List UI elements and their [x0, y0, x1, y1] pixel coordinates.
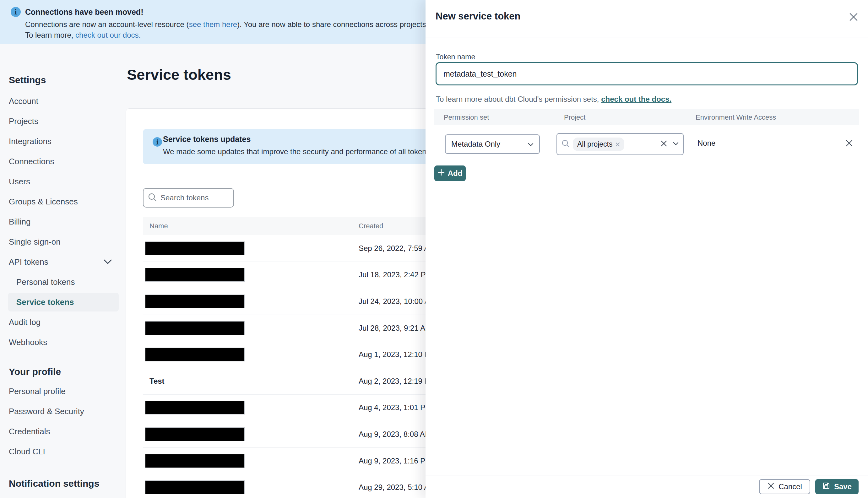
cancel-button[interactable]: Cancel — [759, 479, 810, 494]
info-icon: i — [11, 7, 21, 17]
save-button[interactable]: Save — [815, 479, 858, 494]
redacted-token-name — [145, 294, 245, 309]
notice-title: Service tokens updates — [163, 135, 251, 144]
chevron-down-icon — [104, 259, 112, 264]
header-divider — [425, 37, 868, 37]
chevron-down-icon — [528, 140, 534, 148]
info-icon: i — [153, 137, 162, 147]
banner-body-pre: Connections are now an account-level res… — [25, 20, 189, 29]
redacted-token-name — [145, 348, 245, 362]
banner-body: Connections are now an account-level res… — [25, 20, 491, 29]
see-them-here-link[interactable]: see them here — [189, 20, 237, 29]
sidebar-item-connections[interactable]: Connections — [0, 151, 126, 171]
redacted-token-name — [145, 401, 245, 415]
sidebar-item-groups-licenses[interactable]: Groups & Licenses — [0, 192, 126, 212]
redacted-token-name — [145, 321, 245, 335]
check-out-docs-link[interactable]: check out the docs. — [601, 95, 671, 103]
column-header-name: Name — [143, 222, 359, 230]
token-name-input[interactable] — [436, 62, 858, 86]
drawer-footer: Cancel Save — [425, 475, 868, 498]
banner-title: Connections have been moved! — [25, 8, 143, 17]
remove-row-icon[interactable] — [843, 137, 855, 149]
sidebar-item-audit-log[interactable]: Audit log — [0, 312, 126, 332]
search-icon — [562, 140, 570, 149]
close-icon — [767, 482, 775, 492]
clear-selection-icon[interactable] — [660, 140, 667, 148]
search-icon — [148, 193, 157, 203]
plus-icon — [438, 169, 445, 178]
redacted-token-name — [145, 268, 245, 281]
add-permission-button[interactable]: Add — [434, 166, 466, 181]
sidebar-item-api-tokens-label: API tokens — [9, 257, 48, 267]
sidebar-item-webhooks[interactable]: Webhooks — [0, 332, 126, 352]
chip-label: All projects — [577, 140, 613, 148]
help-text-pre: To learn more about dbt Cloud's permissi… — [436, 95, 601, 103]
check-docs-link[interactable]: check out our docs. — [75, 31, 141, 39]
project-multiselect[interactable]: All projects — [556, 133, 684, 155]
sidebar-item-users[interactable]: Users — [0, 171, 126, 192]
sidebar-heading-settings: Settings — [0, 69, 126, 91]
drawer-title: New service token — [436, 11, 521, 22]
new-service-token-drawer: New service token Token name To learn mo… — [425, 0, 868, 498]
permission-set-select[interactable]: Metadata Only — [445, 134, 540, 154]
notice-body: We made some updates that improve the se… — [163, 147, 457, 156]
all-projects-chip[interactable]: All projects — [573, 137, 624, 151]
environment-write-access-value: None — [697, 139, 715, 147]
sidebar-item-personal-profile[interactable]: Personal profile — [0, 381, 126, 401]
sidebar-item-password-security[interactable]: Password & Security — [0, 401, 126, 421]
token-name-label: Token name — [436, 53, 475, 61]
save-disk-icon — [822, 482, 830, 492]
banner-footer: To learn more, check out our docs. — [25, 31, 141, 40]
sidebar-item-billing[interactable]: Billing — [0, 212, 126, 232]
permission-table-header: Permission set Project Environment Write… — [434, 109, 859, 125]
permission-row: Metadata Only All projects — [434, 125, 859, 163]
sidebar-item-cloud-cli[interactable]: Cloud CLI — [0, 442, 126, 462]
redacted-token-name — [145, 241, 245, 255]
sidebar-item-api-tokens[interactable]: API tokens — [0, 252, 126, 272]
column-header-environment-write-access: Environment Write Access — [696, 113, 776, 121]
save-button-label: Save — [834, 482, 852, 491]
cancel-button-label: Cancel — [778, 482, 802, 491]
sidebar-item-single-sign-on[interactable]: Single sign-on — [0, 232, 126, 252]
sidebar-item-credentials[interactable]: Credentials — [0, 421, 126, 442]
redacted-token-name — [145, 454, 245, 468]
column-header-permission-set: Permission set — [444, 113, 489, 121]
close-icon[interactable] — [847, 11, 860, 23]
banner-footer-pre: To learn more, — [25, 31, 75, 39]
permission-set-value: Metadata Only — [451, 140, 500, 148]
column-header-project: Project — [564, 113, 586, 121]
sidebar-item-integrations[interactable]: Integrations — [0, 131, 126, 151]
search-tokens-box[interactable] — [143, 188, 234, 208]
sidebar-heading-notification-settings: Notification settings — [0, 474, 126, 493]
chip-remove-icon[interactable] — [616, 140, 620, 148]
page-title: Service tokens — [127, 66, 231, 83]
dbt-cloud-settings-page: i Connections have been moved! Connectio… — [0, 0, 868, 498]
settings-sidebar: Settings Account Projects Integrations C… — [0, 44, 126, 498]
redacted-token-name — [145, 427, 245, 441]
sidebar-item-service-tokens[interactable]: Service tokens — [8, 293, 119, 312]
sidebar-heading-your-profile: Your profile — [0, 362, 126, 381]
permission-help-text: To learn more about dbt Cloud's permissi… — [436, 95, 671, 104]
token-name: Test — [149, 377, 165, 385]
redacted-token-name — [145, 481, 245, 494]
add-button-label: Add — [448, 169, 463, 178]
sidebar-item-projects[interactable]: Projects — [0, 111, 126, 131]
chevron-down-icon[interactable] — [673, 141, 679, 147]
search-tokens-input[interactable] — [160, 194, 229, 202]
sidebar-item-account[interactable]: Account — [0, 91, 126, 111]
sidebar-item-personal-tokens[interactable]: Personal tokens — [0, 272, 126, 292]
